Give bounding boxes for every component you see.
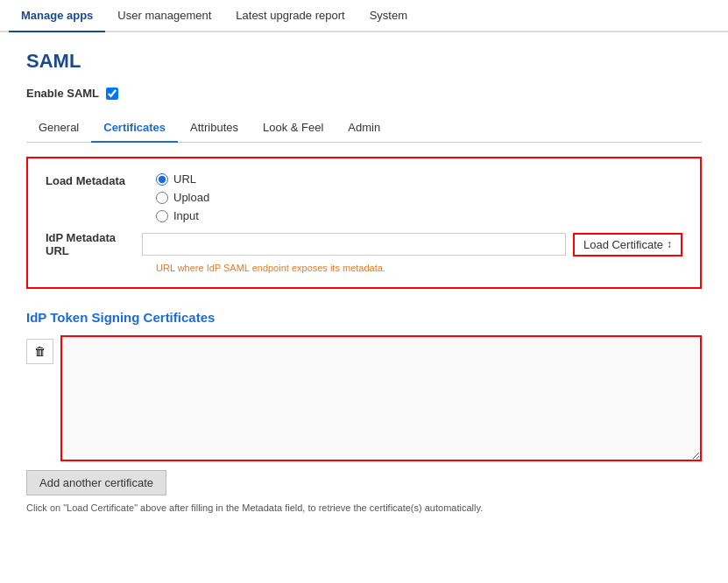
add-certificate-button[interactable]: Add another certificate: [26, 470, 166, 495]
delete-icon: 🗑: [34, 345, 46, 358]
idp-url-label: IdP Metadata URL: [46, 231, 142, 257]
nav-item-manage-apps[interactable]: Manage apps: [9, 0, 105, 32]
delete-cert-button[interactable]: 🗑: [26, 339, 53, 364]
radio-label-input: Input: [173, 209, 199, 222]
tab-certificates[interactable]: Certificates: [91, 114, 178, 143]
cert-textarea-wrapper: [60, 335, 702, 461]
load-metadata-row: Load Metadata URLUploadInput: [46, 172, 682, 222]
radio-item-upload: Upload: [156, 191, 209, 204]
nav-item-user-management[interactable]: User management: [105, 0, 223, 31]
tab-admin[interactable]: Admin: [336, 114, 392, 142]
cert-hint: Click on "Load Certificate" above after …: [26, 502, 702, 513]
url-hint: URL where IdP SAML endpoint exposes its …: [156, 263, 682, 273]
tab-bar: GeneralCertificatesAttributesLook & Feel…: [26, 114, 702, 143]
add-cert-label: Add another certificate: [39, 476, 153, 489]
metadata-section: Load Metadata URLUploadInput IdP Metadat…: [26, 157, 702, 289]
radio-item-input: Input: [156, 209, 209, 222]
signing-section: IdP Token Signing Certificates 🗑 Add ano…: [26, 310, 702, 513]
cert-area: 🗑: [26, 335, 702, 461]
radio-label-url: URL: [173, 172, 196, 186]
idp-url-input[interactable]: [142, 233, 566, 256]
enable-saml-checkbox[interactable]: [106, 88, 118, 100]
top-nav: Manage appsUser managementLatest upgrade…: [0, 0, 728, 32]
load-cert-label: Load Certificate: [583, 238, 663, 251]
load-metadata-label: Load Metadata: [46, 172, 142, 187]
radio-input[interactable]: [156, 210, 168, 222]
load-certificate-button[interactable]: Load Certificate ↕: [573, 233, 682, 256]
nav-item-latest-upgrade-report[interactable]: Latest upgrade report: [223, 0, 357, 31]
enable-saml-label: Enable SAML: [26, 87, 99, 100]
page-title: SAML: [26, 50, 702, 73]
nav-item-system[interactable]: System: [357, 0, 420, 31]
tab-attributes[interactable]: Attributes: [178, 114, 251, 142]
radio-url[interactable]: [156, 173, 168, 186]
signing-title: IdP Token Signing Certificates: [26, 310, 702, 325]
radio-upload[interactable]: [156, 192, 168, 204]
radio-group: URLUploadInput: [156, 172, 209, 222]
cert-textarea[interactable]: [62, 337, 700, 460]
enable-saml-row: Enable SAML: [26, 87, 702, 100]
radio-item-url: URL: [156, 172, 209, 186]
tab-look-and-feel[interactable]: Look & Feel: [251, 114, 336, 142]
radio-label-upload: Upload: [173, 191, 209, 204]
idp-url-row: IdP Metadata URL Load Certificate ↕: [46, 231, 682, 257]
tab-general[interactable]: General: [26, 114, 91, 142]
sort-icon: ↕: [667, 238, 672, 250]
